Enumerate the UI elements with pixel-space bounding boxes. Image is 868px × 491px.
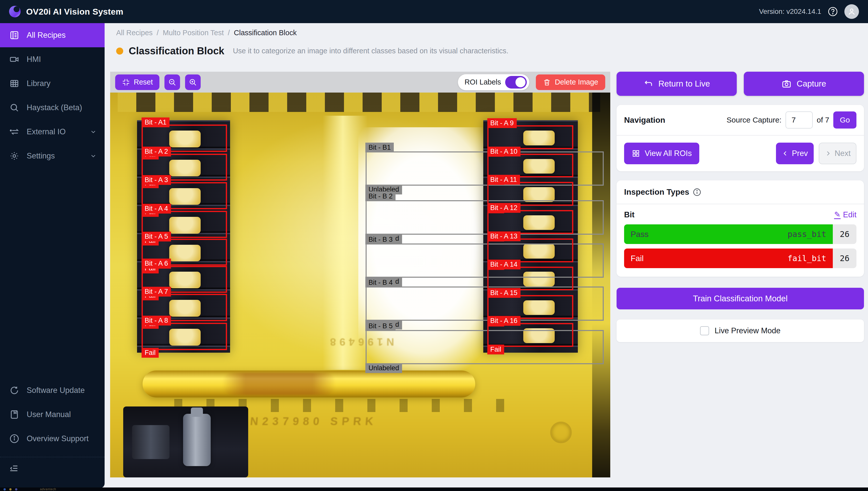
sidebar-item-label: External IO: [27, 127, 66, 136]
edit-classes-link[interactable]: ✎ Edit: [834, 210, 857, 219]
pass-bar: Pass pass_bit: [624, 224, 833, 244]
roi-label: Bit - A 16: [487, 316, 520, 326]
roi-unlabeled-tag: Unlabeled: [365, 363, 402, 373]
pass-count: 26: [833, 224, 857, 244]
app-header: OV20i AI Vision System Version: v2024.14…: [0, 0, 868, 23]
zoom-out-icon: [168, 78, 177, 87]
sidebar-item-hmi[interactable]: HMI: [0, 47, 104, 71]
info-icon[interactable]: [693, 188, 701, 197]
sidebar-item-label: Haystack (Beta): [27, 103, 82, 112]
source-capture-label: Source Capture:: [727, 116, 781, 124]
roi-label: Bit - A 2: [142, 147, 171, 156]
inspection-types-card: Inspection Types Bit ✎ Edit: [617, 180, 864, 277]
breadcrumb-recipe[interactable]: Multo Position Test: [163, 29, 224, 37]
delete-image-button[interactable]: Delete Image: [536, 75, 605, 90]
reset-view-button[interactable]: Reset: [115, 75, 159, 90]
grid-icon: [632, 149, 640, 158]
roi-label: Bit - B 3: [365, 235, 395, 244]
navigation-title: Navigation: [624, 115, 665, 125]
sidebar: All RecipesHMILibraryHaystack (Beta)Exte…: [0, 23, 104, 488]
go-button[interactable]: Go: [833, 111, 857, 128]
sidebar-footer: Software UpdateUser ManualOverview Suppo…: [0, 378, 104, 478]
zoom-in-icon: [188, 78, 197, 87]
pass-class-row[interactable]: Pass pass_bit 26: [624, 224, 857, 244]
breadcrumb-separator: /: [157, 29, 159, 37]
roi-labels-toggle[interactable]: [505, 76, 527, 89]
recipes-icon: [9, 30, 20, 40]
live-preview-label: Live Preview Mode: [715, 326, 780, 335]
fail-name: Fail: [631, 254, 644, 263]
roi-bit-a-12[interactable]: Bit - A 12Fail: [487, 210, 573, 234]
source-capture-input[interactable]: [785, 111, 813, 128]
app-title: OV20i AI Vision System: [26, 7, 123, 17]
sidebar-item-label: Software Update: [27, 386, 85, 395]
roi-label: Bit - A 3: [142, 175, 171, 185]
roi-label: Bit - A 10: [487, 147, 520, 156]
breadcrumb-current: Classification Block: [234, 29, 297, 37]
taskbar-icon: [3, 488, 6, 491]
sidebar-item-overview-support[interactable]: Overview Support: [0, 427, 104, 451]
roi-bit-a-16[interactable]: Bit - A 16Fail: [487, 323, 573, 347]
roi-label: Bit - B 4: [365, 278, 395, 288]
sidebar-nav: All RecipesHMILibraryHaystack (Beta)Exte…: [0, 23, 104, 168]
inspection-types-title: Inspection Types: [624, 187, 689, 197]
help-icon[interactable]: [828, 6, 838, 17]
sidebar-item-library[interactable]: Library: [0, 71, 104, 95]
sidebar-item-label: User Manual: [27, 410, 71, 419]
view-all-rois-button[interactable]: View All ROIs: [624, 143, 699, 164]
search-icon: [9, 103, 20, 113]
roi-label: Bit - A 8: [142, 316, 171, 325]
trash-icon: [543, 78, 551, 86]
taskbar-text: advantech: [40, 488, 56, 491]
roi-bit-a-13[interactable]: Bit - A 13Fail: [487, 238, 573, 262]
chevron-left-icon: [782, 150, 789, 157]
roi-label: Bit - A 5: [142, 232, 171, 241]
train-model-button[interactable]: Train Classification Model: [617, 288, 864, 309]
return-icon: [643, 79, 653, 89]
inspection-canvas[interactable]: N196498 N237980 SPRK Bit - A1FailBit - A…: [110, 92, 610, 478]
navigation-card: Navigation Source Capture: of 7 Go View …: [617, 105, 864, 171]
prev-button[interactable]: Prev: [776, 143, 814, 164]
sidebar-item-external-io[interactable]: External IO: [0, 120, 104, 144]
roi-label: Bit - A 7: [142, 287, 171, 296]
sidebar-item-haystack-beta[interactable]: Haystack (Beta): [0, 95, 104, 120]
roi-layer: Bit - A1FailBit - A 2FailBit - A 3FailBi…: [110, 92, 610, 478]
roi-bit-a-14[interactable]: Bit - A 14Fail: [487, 267, 573, 291]
roi-label: Bit - A 6: [142, 259, 171, 268]
sidebar-item-user-manual[interactable]: User Manual: [0, 402, 104, 427]
roi-label: Bit - B 5: [365, 321, 395, 331]
live-preview-checkbox[interactable]: [700, 326, 709, 335]
fail-class-row[interactable]: Fail fail_bit 26: [624, 249, 857, 268]
breadcrumb-all-recipes[interactable]: All Recipes: [116, 29, 153, 37]
roi-bit-a-15[interactable]: Bit - A 15Fail: [487, 295, 573, 319]
sidebar-collapse-button[interactable]: [0, 460, 104, 478]
roi-bit-a-9[interactable]: Bit - A 9Fail: [487, 125, 573, 149]
collapse-icon: [9, 464, 19, 474]
next-button[interactable]: Next: [819, 143, 857, 164]
fail-count: 26: [833, 249, 857, 268]
image-viewer: Reset ROI Labels: [110, 72, 610, 478]
roi-bit-a-8[interactable]: Bit - A 8Fail: [142, 323, 227, 350]
sidebar-item-software-update[interactable]: Software Update: [0, 378, 104, 402]
roi-label: Bit - A1: [142, 117, 170, 127]
info-icon: [9, 433, 20, 444]
roi-bit-a-10[interactable]: Bit - A 10Fail: [487, 154, 573, 177]
sidebar-item-label: Overview Support: [27, 434, 89, 443]
sidebar-item-all-recipes[interactable]: All Recipes: [0, 23, 104, 47]
user-avatar[interactable]: [844, 4, 859, 19]
sidebar-item-settings[interactable]: Settings: [0, 144, 104, 168]
manual-icon: [9, 409, 20, 420]
hmi-icon: [9, 54, 20, 65]
sidebar-item-label: Library: [27, 79, 51, 88]
zoom-in-button[interactable]: [185, 75, 201, 90]
os-taskbar: advantech: [0, 488, 868, 491]
live-preview-toggle[interactable]: Live Preview Mode: [617, 319, 864, 342]
roi-fail-tag: Fail: [487, 345, 504, 354]
roi-label: Bit - B1: [365, 143, 394, 152]
zoom-out-button[interactable]: [164, 75, 180, 90]
fail-tag: fail_bit: [787, 254, 826, 263]
return-to-live-button[interactable]: Return to Live: [617, 72, 737, 96]
capture-button[interactable]: Capture: [744, 72, 864, 96]
fail-bar: Fail fail_bit: [624, 249, 833, 268]
roi-bit-a-11[interactable]: Bit - A 11Fail: [487, 182, 573, 206]
